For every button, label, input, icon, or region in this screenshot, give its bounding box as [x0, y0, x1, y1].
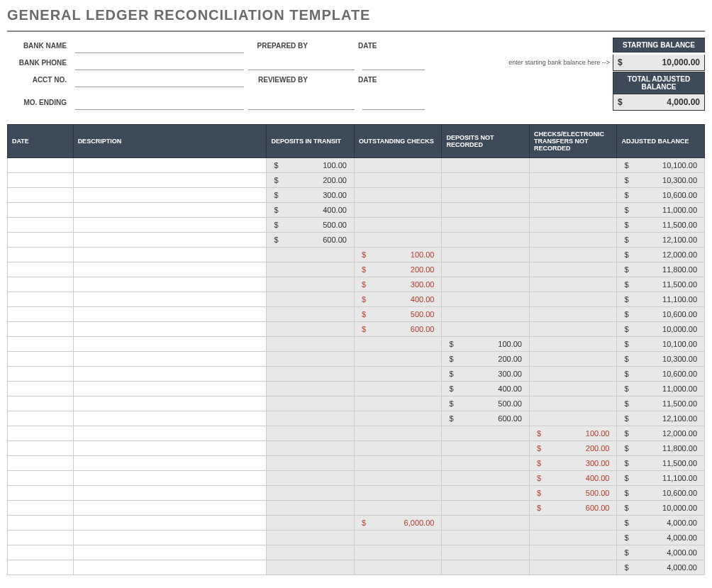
- cell-deposits-transit[interactable]: $400.00: [267, 203, 355, 218]
- cell-checks-not-recorded[interactable]: [529, 188, 617, 203]
- cell-description[interactable]: [73, 158, 267, 173]
- cell-date[interactable]: [8, 352, 74, 367]
- cell-description[interactable]: [73, 426, 267, 441]
- cell-date[interactable]: [8, 248, 74, 262]
- cell-checks-not-recorded[interactable]: [529, 248, 617, 262]
- cell-description[interactable]: [73, 233, 267, 248]
- cell-date[interactable]: [8, 188, 74, 203]
- cell-date[interactable]: [8, 471, 74, 486]
- cell-deposits-not-recorded[interactable]: [442, 531, 530, 545]
- cell-date[interactable]: [8, 307, 74, 322]
- cell-date[interactable]: [8, 233, 74, 248]
- cell-date[interactable]: [8, 411, 74, 426]
- cell-description[interactable]: [73, 173, 267, 188]
- cell-deposits-not-recorded[interactable]: [442, 277, 530, 292]
- cell-checks-not-recorded[interactable]: [529, 173, 617, 188]
- cell-checks-not-recorded[interactable]: $200.00: [529, 441, 617, 456]
- cell-checks-not-recorded[interactable]: [529, 516, 617, 531]
- cell-deposits-not-recorded[interactable]: $400.00: [442, 382, 530, 396]
- cell-checks-not-recorded[interactable]: [529, 352, 617, 367]
- cell-outstanding-checks[interactable]: [354, 188, 442, 203]
- cell-deposits-not-recorded[interactable]: [442, 426, 530, 441]
- cell-date[interactable]: [8, 441, 74, 456]
- cell-outstanding-checks[interactable]: [354, 367, 442, 382]
- cell-checks-not-recorded[interactable]: [529, 322, 617, 337]
- cell-outstanding-checks[interactable]: [354, 218, 442, 233]
- cell-deposits-not-recorded[interactable]: [442, 441, 530, 456]
- cell-checks-not-recorded[interactable]: $100.00: [529, 426, 617, 441]
- cell-deposits-transit[interactable]: [267, 262, 355, 277]
- cell-deposits-not-recorded[interactable]: [442, 486, 530, 501]
- cell-deposits-transit[interactable]: $100.00: [267, 158, 355, 173]
- cell-deposits-not-recorded[interactable]: [442, 516, 530, 531]
- cell-deposits-transit[interactable]: [267, 531, 355, 545]
- cell-outstanding-checks[interactable]: $200.00: [354, 262, 442, 277]
- cell-deposits-not-recorded[interactable]: [442, 218, 530, 233]
- cell-checks-not-recorded[interactable]: [529, 396, 617, 411]
- input-mo-ending[interactable]: [75, 96, 244, 110]
- cell-deposits-not-recorded[interactable]: [442, 456, 530, 471]
- cell-checks-not-recorded[interactable]: [529, 203, 617, 218]
- cell-checks-not-recorded[interactable]: [529, 411, 617, 426]
- cell-outstanding-checks[interactable]: [354, 560, 442, 575]
- cell-checks-not-recorded[interactable]: $500.00: [529, 486, 617, 501]
- cell-deposits-transit[interactable]: [267, 322, 355, 337]
- cell-deposits-transit[interactable]: $500.00: [267, 218, 355, 233]
- cell-description[interactable]: [73, 352, 267, 367]
- input-prepared-by[interactable]: [248, 56, 355, 70]
- cell-deposits-transit[interactable]: [267, 292, 355, 307]
- cell-description[interactable]: [73, 307, 267, 322]
- cell-checks-not-recorded[interactable]: [529, 337, 617, 352]
- cell-checks-not-recorded[interactable]: [529, 218, 617, 233]
- cell-deposits-not-recorded[interactable]: [442, 560, 530, 575]
- input-date-1[interactable]: [362, 56, 425, 70]
- cell-deposits-not-recorded[interactable]: [442, 262, 530, 277]
- cell-checks-not-recorded[interactable]: [529, 292, 617, 307]
- cell-description[interactable]: [73, 411, 267, 426]
- input-bank-name[interactable]: [75, 39, 244, 53]
- cell-outstanding-checks[interactable]: [354, 396, 442, 411]
- cell-outstanding-checks[interactable]: $500.00: [354, 307, 442, 322]
- cell-description[interactable]: [73, 367, 267, 382]
- cell-outstanding-checks[interactable]: [354, 441, 442, 456]
- cell-date[interactable]: [8, 531, 74, 545]
- cell-date[interactable]: [8, 560, 74, 575]
- cell-date[interactable]: [8, 158, 74, 173]
- cell-outstanding-checks[interactable]: [354, 501, 442, 516]
- cell-date[interactable]: [8, 456, 74, 471]
- cell-deposits-not-recorded[interactable]: [442, 501, 530, 516]
- cell-date[interactable]: [8, 203, 74, 218]
- cell-deposits-transit[interactable]: $200.00: [267, 173, 355, 188]
- cell-description[interactable]: [73, 456, 267, 471]
- cell-date[interactable]: [8, 396, 74, 411]
- cell-outstanding-checks[interactable]: [354, 545, 442, 560]
- input-date-2[interactable]: [362, 96, 425, 110]
- cell-date[interactable]: [8, 382, 74, 396]
- cell-deposits-transit[interactable]: [267, 560, 355, 575]
- cell-deposits-transit[interactable]: $600.00: [267, 233, 355, 248]
- cell-deposits-not-recorded[interactable]: [442, 545, 530, 560]
- cell-checks-not-recorded[interactable]: $400.00: [529, 471, 617, 486]
- cell-checks-not-recorded[interactable]: [529, 277, 617, 292]
- cell-description[interactable]: [73, 382, 267, 396]
- cell-checks-not-recorded[interactable]: [529, 262, 617, 277]
- cell-date[interactable]: [8, 277, 74, 292]
- cell-deposits-transit[interactable]: [267, 486, 355, 501]
- cell-deposits-not-recorded[interactable]: [442, 292, 530, 307]
- cell-outstanding-checks[interactable]: $300.00: [354, 277, 442, 292]
- cell-description[interactable]: [73, 218, 267, 233]
- cell-description[interactable]: [73, 203, 267, 218]
- cell-description[interactable]: [73, 322, 267, 337]
- cell-date[interactable]: [8, 367, 74, 382]
- cell-date[interactable]: [8, 516, 74, 531]
- cell-deposits-transit[interactable]: [267, 367, 355, 382]
- input-bank-phone[interactable]: [75, 56, 244, 70]
- cell-outstanding-checks[interactable]: [354, 352, 442, 367]
- cell-outstanding-checks[interactable]: [354, 233, 442, 248]
- cell-deposits-not-recorded[interactable]: [442, 307, 530, 322]
- cell-deposits-not-recorded[interactable]: $300.00: [442, 367, 530, 382]
- cell-deposits-transit[interactable]: $300.00: [267, 188, 355, 203]
- cell-description[interactable]: [73, 545, 267, 560]
- cell-deposits-not-recorded[interactable]: [442, 233, 530, 248]
- cell-description[interactable]: [73, 188, 267, 203]
